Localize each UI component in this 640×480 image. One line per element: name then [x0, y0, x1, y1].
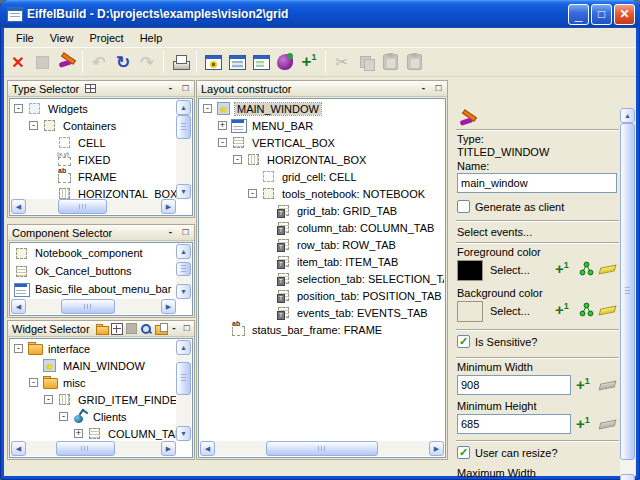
tree-item[interactable]: -Containers	[11, 117, 176, 134]
mascot-button[interactable]	[273, 50, 297, 74]
tree-item[interactable]: Ok_Cancel_buttons	[11, 262, 176, 280]
name-input[interactable]	[457, 173, 617, 193]
collapse-icon[interactable]: -	[29, 378, 38, 387]
background-graph-icon[interactable]	[579, 302, 594, 317]
scroll-up-button[interactable]	[176, 340, 191, 355]
horizontal-scrollbar[interactable]	[11, 199, 176, 214]
minimum-width-add-one-icon[interactable]	[576, 376, 590, 394]
scroll-track[interactable]	[176, 355, 191, 426]
foreground-add-one-icon[interactable]	[555, 260, 569, 278]
tree-item[interactable]: -MAIN_WINDOW	[200, 100, 444, 117]
menu-file[interactable]: File	[8, 30, 42, 46]
collapse-icon[interactable]: -	[203, 104, 212, 113]
minimum-width-input[interactable]	[457, 375, 571, 395]
scroll-thumb[interactable]	[58, 199, 107, 214]
panel-minimize-button[interactable]	[164, 82, 177, 95]
scroll-down-button[interactable]	[176, 184, 191, 199]
tree-item[interactable]: Notebook_component	[11, 244, 176, 262]
tree-item[interactable]: -tools_notebook: NOTEBOOK	[200, 185, 444, 202]
tree-item[interactable]: MAIN_WINDOW	[11, 357, 176, 374]
tree-item[interactable]: events_tab: EVENTS_TAB	[200, 304, 444, 321]
vertical-scrollbar[interactable]	[176, 340, 191, 441]
collapse-icon[interactable]: -	[14, 344, 23, 353]
minimum-height-input[interactable]	[457, 414, 571, 434]
menu-project[interactable]: Project	[81, 30, 131, 46]
tree-item[interactable]: position_tab: POSITION_TAB	[200, 287, 444, 304]
minimum-height-add-one-icon[interactable]	[576, 415, 590, 433]
scroll-track[interactable]	[620, 123, 635, 474]
is-sensitive-checkbox[interactable]: Is Sensitive?	[457, 335, 537, 348]
tree-item[interactable]: status_bar_frame: FRAME	[200, 321, 444, 338]
scroll-right-button[interactable]	[161, 299, 176, 314]
scroll-track[interactable]	[176, 115, 191, 184]
tree-item[interactable]: FRAME	[11, 168, 176, 185]
tree-item[interactable]: grid_cell: CELL	[200, 168, 444, 185]
collapse-icon[interactable]: -	[218, 138, 227, 147]
scroll-thumb[interactable]	[620, 123, 635, 460]
user-can-resize-checkbox[interactable]: User can resize?	[457, 446, 558, 459]
scroll-left-button[interactable]	[11, 299, 26, 314]
tree-item[interactable]: HORIZONTAL_BOX	[11, 185, 176, 199]
maximize-button[interactable]	[591, 4, 612, 25]
panel-maximize-button[interactable]	[432, 82, 445, 95]
build-button[interactable]	[54, 50, 78, 74]
scroll-track[interactable]	[176, 259, 191, 284]
tree-item[interactable]: -interface	[11, 340, 176, 357]
tree-item[interactable]: -VERTICAL_BOX	[200, 134, 444, 151]
panel-maximize-button[interactable]	[181, 322, 192, 335]
tree-item[interactable]: CELL	[11, 134, 176, 151]
scroll-left-button[interactable]	[11, 441, 26, 456]
delete-button[interactable]	[6, 50, 30, 74]
scroll-down-button[interactable]	[176, 284, 191, 299]
expand-icon[interactable]: +	[74, 429, 83, 438]
scroll-down-button[interactable]	[176, 426, 191, 441]
folder-doc-icon[interactable]	[155, 323, 167, 335]
scroll-right-button[interactable]	[161, 199, 176, 214]
tree-item[interactable]: -misc	[11, 374, 176, 391]
panel-minimize-button[interactable]	[169, 322, 180, 335]
vertical-scrollbar[interactable]	[176, 100, 191, 199]
tree-item[interactable]: +COLUMN_TAB	[11, 425, 176, 441]
background-select-button[interactable]: Select...	[490, 305, 530, 317]
scroll-track[interactable]	[215, 441, 429, 456]
horizontal-scrollbar[interactable]	[11, 441, 176, 456]
foreground-select-button[interactable]: Select...	[490, 264, 530, 276]
scroll-left-button[interactable]	[11, 199, 26, 214]
scroll-down-button[interactable]	[620, 474, 635, 480]
folder-icon[interactable]	[96, 323, 108, 335]
foreground-graph-icon[interactable]	[579, 261, 594, 276]
tree-item[interactable]: -Clients	[11, 408, 176, 425]
scroll-up-button[interactable]	[620, 108, 635, 123]
panel-maximize-button[interactable]	[179, 82, 192, 95]
window-preview-button[interactable]	[225, 50, 249, 74]
scroll-thumb[interactable]	[56, 441, 115, 456]
background-add-one-icon[interactable]	[555, 301, 569, 319]
window-settings-button[interactable]	[201, 50, 225, 74]
generate-as-client-checkbox[interactable]: Generate as client	[457, 200, 564, 213]
horizontal-scrollbar[interactable]	[11, 299, 176, 314]
scroll-thumb[interactable]	[176, 262, 191, 276]
collapse-icon[interactable]: -	[44, 395, 53, 404]
collapse-icon[interactable]: -	[233, 155, 242, 164]
tree-item[interactable]: +MENU_BAR	[200, 117, 444, 134]
collapse-icon[interactable]: -	[248, 189, 257, 198]
panel-maximize-button[interactable]	[179, 226, 192, 239]
generate-button[interactable]	[168, 50, 192, 74]
tree-item[interactable]: row_tab: ROW_TAB	[200, 236, 444, 253]
minimize-button[interactable]	[568, 4, 589, 25]
tree-item[interactable]: column_tab: COLUMN_TAB	[200, 219, 444, 236]
scroll-right-button[interactable]	[161, 441, 176, 456]
scroll-thumb[interactable]	[176, 362, 191, 395]
tree-item[interactable]: -GRID_ITEM_FINDER	[11, 391, 176, 408]
scroll-thumb[interactable]	[176, 115, 191, 139]
scroll-left-button[interactable]	[200, 441, 215, 456]
collapse-icon[interactable]: -	[59, 412, 68, 421]
collapse-icon[interactable]: -	[14, 104, 23, 113]
vertical-scrollbar[interactable]	[176, 244, 191, 299]
tree-item[interactable]: grid_tab: GRID_TAB	[200, 202, 444, 219]
refresh-button[interactable]	[111, 50, 135, 74]
scroll-up-button[interactable]	[176, 100, 191, 115]
close-button[interactable]	[614, 4, 635, 25]
tree-item[interactable]: item_tab: ITEM_TAB	[200, 253, 444, 270]
menu-view[interactable]: View	[42, 30, 82, 46]
